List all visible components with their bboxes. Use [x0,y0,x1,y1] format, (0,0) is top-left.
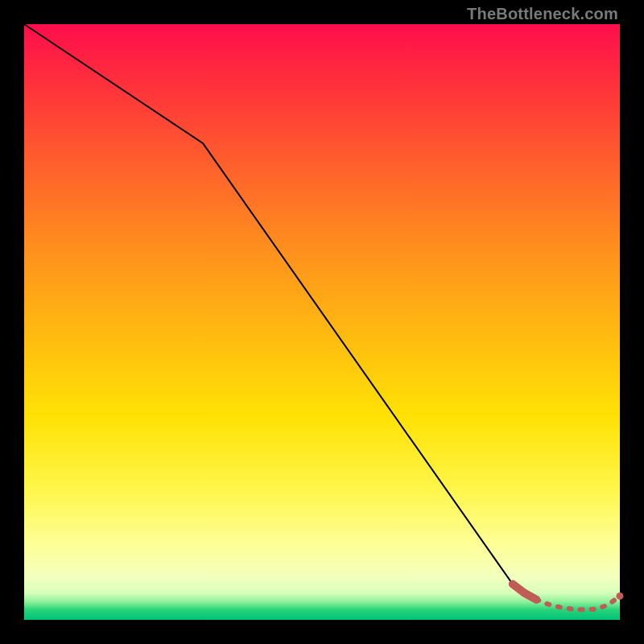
curve-solid [24,24,513,584]
chart-svg [0,0,644,644]
curve-dotted-tail [536,596,620,609]
chart-frame: TheBottleneck.com [0,0,644,644]
curve-marker-cluster [513,584,537,600]
end-marker [617,592,624,600]
